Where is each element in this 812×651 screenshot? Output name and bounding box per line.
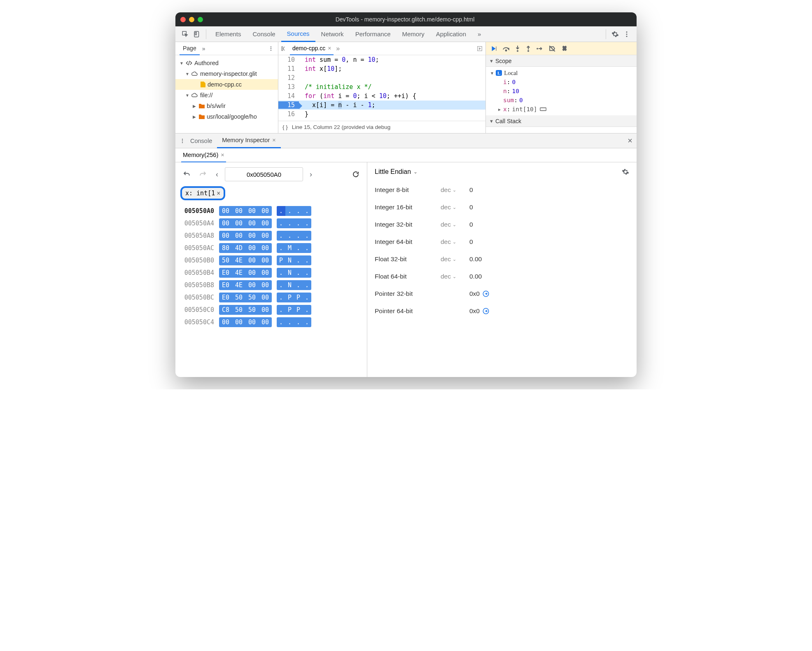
settings-gear-icon[interactable] [609, 28, 621, 40]
display-mode-select[interactable]: dec ⌄ [441, 221, 469, 228]
hex-row[interactable]: 005050BCE0505000.PP. [180, 293, 362, 302]
debugger-sidebar: ▼Scope ▼LLocal i:0n:10sum:0▶x:int[10] ▼C… [486, 42, 637, 133]
code-line[interactable]: 13/* initialize x */ [278, 82, 485, 91]
drawer-close-icon[interactable]: × [628, 136, 632, 145]
page-next-icon[interactable]: › [307, 169, 315, 180]
main-tab-memory[interactable]: Memory [397, 26, 430, 42]
svg-rect-9 [282, 47, 283, 50]
refresh-icon[interactable] [350, 169, 362, 180]
tab-close-icon[interactable]: × [328, 45, 331, 52]
step-over-icon[interactable] [502, 46, 510, 52]
code-line[interactable]: 10int sum = 0, n = 10; [278, 55, 485, 64]
deactivate-breakpoints-icon[interactable] [548, 45, 556, 52]
interpreter-row: Integer 16-bitdec ⌄0 [375, 199, 629, 216]
hex-row[interactable]: 005050A800000000.... [180, 231, 362, 241]
main-tab-application[interactable]: Application [430, 26, 472, 42]
hex-row[interactable]: 005050C0C8505000.PP. [180, 305, 362, 315]
tree-folder[interactable]: ▶ usr/local/google/ho [175, 111, 278, 122]
tab-close-icon[interactable]: × [221, 152, 224, 158]
value-interpreter-panel: Little Endian ⌄ Integer 8-bitdec ⌄0Integ… [367, 162, 637, 377]
memory-instance-tab[interactable]: Memory(256) × [181, 148, 226, 162]
hex-row[interactable]: 005050B0504E0000PN.. [180, 255, 362, 265]
hex-row[interactable]: 005050A000000000.... [180, 206, 362, 216]
tree-file-current[interactable]: demo-cpp.cc [175, 79, 278, 90]
more-file-tabs-icon[interactable]: » [336, 45, 340, 52]
window-controls [180, 17, 203, 22]
step-into-icon[interactable] [515, 45, 520, 52]
display-mode-select[interactable]: dec ⌄ [441, 255, 469, 263]
code-line[interactable]: 11int x[10]; [278, 64, 485, 73]
hex-row[interactable]: 005050B8E04E0000.N.. [180, 280, 362, 290]
endianness-select[interactable]: Little Endian ⌄ [375, 168, 418, 176]
inspect-element-icon[interactable] [180, 28, 191, 40]
zoom-icon[interactable] [198, 17, 203, 22]
reveal-in-memory-icon[interactable] [540, 107, 546, 112]
main-tab-elements[interactable]: Elements [210, 26, 247, 42]
navigator-menu-icon[interactable] [268, 46, 274, 52]
editor-tab-bar: demo-cpp.cc × » [278, 42, 485, 55]
undo-icon[interactable] [180, 169, 193, 180]
page-tab[interactable]: Page [180, 42, 200, 55]
main-tab-network[interactable]: Network [315, 26, 350, 42]
svg-point-13 [517, 50, 518, 52]
nav-back-icon[interactable] [281, 45, 287, 52]
hex-row[interactable]: 005050C400000000.... [180, 317, 362, 327]
pause-exceptions-icon[interactable] [561, 45, 568, 52]
display-mode-select[interactable]: dec ⌄ [441, 273, 469, 280]
tree-node-host[interactable]: ▼ memory-inspector.glit [175, 68, 278, 79]
object-highlight-chip[interactable]: x: int[1 × [180, 186, 225, 200]
drawer-tab-console[interactable]: Console [185, 133, 217, 148]
tree-node-authored[interactable]: ▼ Authored [175, 58, 278, 68]
callstack-header[interactable]: ▼Call Stack [486, 115, 637, 127]
pretty-print-icon[interactable]: { } [282, 124, 288, 130]
more-tabs-icon[interactable]: » [472, 26, 487, 42]
file-tab[interactable]: demo-cpp.cc × [290, 42, 334, 55]
display-mode-select[interactable]: dec ⌄ [441, 204, 469, 211]
hex-row[interactable]: 005050A400000000.... [180, 218, 362, 228]
jump-to-address-icon[interactable] [482, 290, 490, 297]
svg-point-4 [626, 33, 628, 35]
code-line[interactable]: 12 [278, 73, 485, 82]
titlebar: DevTools - memory-inspector.glitch.me/de… [175, 12, 637, 26]
drawer-tab-memory-inspector[interactable]: Memory Inspector × [217, 133, 281, 148]
drawer-menu-icon[interactable] [180, 138, 185, 144]
more-menu-icon[interactable] [621, 28, 632, 40]
tab-close-icon[interactable]: × [272, 137, 275, 143]
step-out-icon[interactable] [525, 45, 531, 52]
more-navigator-tabs-icon[interactable]: » [202, 45, 205, 52]
step-icon[interactable] [536, 46, 544, 52]
display-mode-select[interactable]: dec ⌄ [441, 238, 469, 246]
code-line[interactable]: 14for (int i = 0; i < 10; ++i) { [278, 91, 485, 101]
page-prev-icon[interactable]: ‹ [213, 169, 221, 180]
code-line[interactable]: 16} [278, 110, 485, 119]
address-input[interactable] [225, 167, 303, 181]
hex-row[interactable]: 005050AC804D0000.M.. [180, 243, 362, 253]
chip-remove-icon[interactable]: × [217, 190, 220, 197]
code-line[interactable]: 15 x[i] = n - i - 1; [278, 101, 485, 110]
main-tab-console[interactable]: Console [247, 26, 281, 42]
display-mode-select[interactable]: dec ⌄ [441, 186, 469, 194]
interpreter-settings-gear-icon[interactable] [622, 168, 629, 176]
scope-header[interactable]: ▼Scope [486, 55, 637, 67]
close-icon[interactable] [180, 17, 186, 22]
device-toggle-icon[interactable] [191, 28, 203, 40]
svg-point-19 [182, 142, 183, 143]
scope-local[interactable]: ▼LLocal [491, 68, 632, 77]
hex-row[interactable]: 005050B4E04E0000.N.. [180, 268, 362, 278]
tree-folder[interactable]: ▶ b/s/w/ir [175, 101, 278, 111]
tree-node-file-scheme[interactable]: ▼ file:// [175, 90, 278, 101]
hex-viewer[interactable]: 005050A000000000....005050A400000000....… [180, 206, 362, 327]
jump-to-address-icon[interactable] [482, 307, 490, 315]
scope-var[interactable]: ▶x:int[10] [491, 105, 632, 114]
scope-var[interactable]: n:10 [491, 87, 632, 96]
redo-icon[interactable] [197, 169, 209, 180]
run-snippet-icon[interactable] [476, 45, 483, 52]
main-tab-sources[interactable]: Sources [281, 26, 315, 42]
scope-var[interactable]: i:0 [491, 77, 632, 87]
scope-var[interactable]: sum:0 [491, 96, 632, 105]
main-tab-performance[interactable]: Performance [350, 26, 397, 42]
code-editor[interactable]: 10int sum = 0, n = 10;11int x[10];1213/*… [278, 55, 485, 121]
resume-icon[interactable] [490, 45, 497, 52]
minimize-icon[interactable] [189, 17, 194, 22]
address-nav: ‹ › [180, 167, 362, 181]
